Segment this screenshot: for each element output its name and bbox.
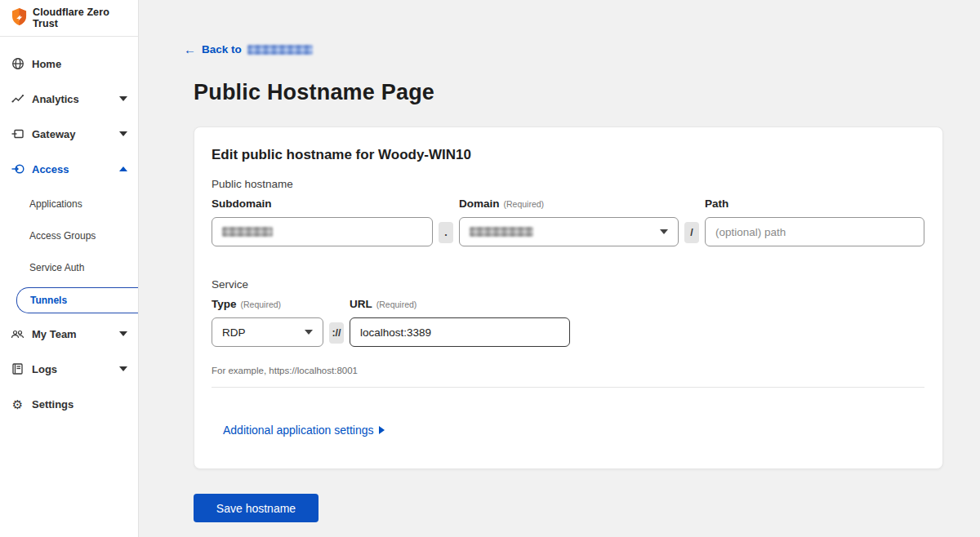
edit-hostname-card: Edit public hostname for Woody-WIN10 Pub… xyxy=(194,126,943,469)
sidebar-item-tunnels[interactable]: Tunnels xyxy=(16,287,138,313)
service-type-value: RDP xyxy=(222,326,246,339)
service-url-label: URL xyxy=(350,298,372,310)
globe-icon xyxy=(11,57,24,70)
service-section-label: Service xyxy=(212,278,924,291)
chevron-up-icon[interactable] xyxy=(119,166,127,171)
chevron-down-icon[interactable] xyxy=(119,366,127,371)
back-link[interactable]: ← Back to xyxy=(184,43,980,55)
cloudflare-shield-logo-icon xyxy=(11,8,27,29)
service-url-field xyxy=(350,317,570,347)
slash-separator: / xyxy=(684,222,699,243)
sidebar-item-label: Access xyxy=(32,163,112,175)
chevron-right-icon xyxy=(379,426,385,434)
sidebar-item-access-groups[interactable]: Access Groups xyxy=(0,224,138,248)
redacted-tunnel-name xyxy=(247,45,313,55)
path-label: Path xyxy=(705,197,728,210)
sidebar-item-label: My Team xyxy=(32,328,112,340)
access-icon xyxy=(11,162,24,175)
sidebar: Cloudflare Zero Trust Home xyxy=(0,0,139,537)
sidebar-item-label: Home xyxy=(32,58,127,70)
scheme-separator: :// xyxy=(329,322,344,344)
logs-icon xyxy=(11,362,24,375)
analytics-icon xyxy=(11,92,24,105)
chevron-down-icon[interactable] xyxy=(119,131,127,136)
sidebar-item-logs[interactable]: Logs xyxy=(0,357,138,381)
sidebar-item-label: Gateway xyxy=(32,128,112,140)
domain-label: Domain xyxy=(459,197,500,210)
service-type-label: Type xyxy=(212,298,237,310)
path-field xyxy=(705,217,924,246)
team-icon xyxy=(11,327,24,340)
subdomain-input[interactable] xyxy=(212,217,433,246)
back-link-label: Back to xyxy=(202,43,242,55)
sidebar-item-my-team[interactable]: My Team xyxy=(0,322,138,346)
sidebar-item-settings[interactable]: ⚙ Settings xyxy=(0,392,138,416)
domain-required-label: (Required) xyxy=(504,199,545,209)
page-title: Public Hostname Page xyxy=(194,80,980,105)
sidebar-item-gateway[interactable]: Gateway xyxy=(0,122,138,146)
chevron-down-icon xyxy=(660,229,668,234)
redacted-domain-value xyxy=(470,227,533,237)
sidebar-item-service-auth[interactable]: Service Auth xyxy=(0,255,138,280)
url-required-label: (Required) xyxy=(376,300,417,309)
additional-settings-toggle[interactable]: Additional application settings xyxy=(223,424,385,437)
sidebar-item-label: Settings xyxy=(32,398,127,411)
brand-label: Cloudflare Zero Trust xyxy=(33,7,128,29)
public-hostname-section-label: Public hostname xyxy=(212,178,924,190)
domain-select[interactable] xyxy=(459,217,679,246)
chevron-down-icon xyxy=(305,330,313,335)
chevron-down-icon[interactable] xyxy=(119,96,127,101)
sidebar-item-home[interactable]: Home xyxy=(0,51,138,76)
main-content: ← Back to Public Hostname Page Edit publ… xyxy=(139,0,980,537)
gateway-icon xyxy=(11,127,24,140)
sidebar-item-label: Logs xyxy=(32,363,112,375)
url-example-hint: For example, https://localhost:8001 xyxy=(212,366,924,375)
back-arrow-icon: ← xyxy=(184,43,196,55)
sidebar-item-analytics[interactable]: Analytics xyxy=(0,87,138,111)
dot-separator: . xyxy=(439,222,453,243)
type-required-label: (Required) xyxy=(241,300,282,309)
sidebar-nav: Home Analytics xyxy=(0,37,138,416)
card-divider xyxy=(212,387,924,388)
access-subnav: Applications Access Groups Service Auth … xyxy=(0,192,138,313)
brand: Cloudflare Zero Trust xyxy=(0,0,138,37)
subdomain-label: Subdomain xyxy=(212,197,272,210)
service-row: Type (Required) RDP :// URL (Required) xyxy=(212,298,924,347)
service-type-select[interactable]: RDP xyxy=(212,317,323,347)
chevron-down-icon[interactable] xyxy=(119,331,127,336)
sidebar-item-access[interactable]: Access xyxy=(0,157,138,181)
sidebar-item-applications[interactable]: Applications xyxy=(0,192,138,216)
additional-settings-label: Additional application settings xyxy=(223,424,373,437)
path-input[interactable] xyxy=(715,226,914,238)
redacted-subdomain-value xyxy=(222,227,273,237)
app-window: Cloudflare Zero Trust Home xyxy=(0,0,980,537)
sidebar-item-label: Analytics xyxy=(32,93,112,105)
gear-icon: ⚙ xyxy=(11,398,24,411)
public-hostname-row: Subdomain . Domain (Required) xyxy=(212,197,924,246)
service-url-input[interactable] xyxy=(360,326,559,339)
save-hostname-button[interactable]: Save hostname xyxy=(194,494,318,522)
card-heading: Edit public hostname for Woody-WIN10 xyxy=(212,147,924,163)
